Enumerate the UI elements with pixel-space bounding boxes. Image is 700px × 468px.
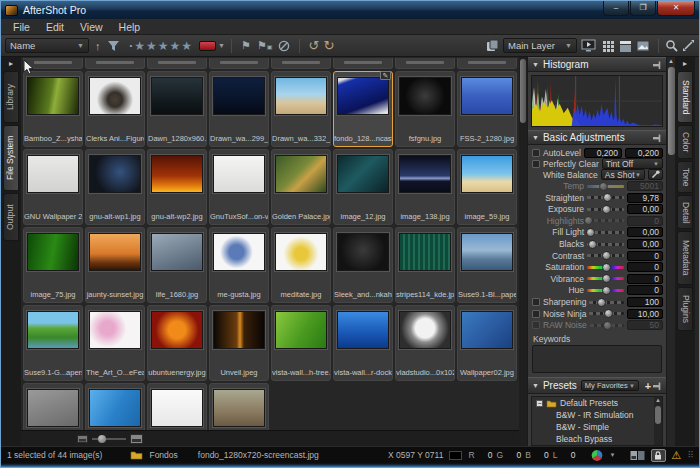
- vibrance-value[interactable]: 0: [627, 274, 663, 284]
- sort-field-dropdown[interactable]: Name▼: [5, 38, 89, 53]
- basic-adjustments-header[interactable]: ▼ Basic Adjustments: [528, 130, 666, 145]
- tint-dropdown[interactable]: Tint Off▼: [602, 158, 663, 169]
- thumbnail-cell[interactable]: gnu-alt-wp2.jpg: [147, 149, 207, 225]
- thumbnail-cell[interactable]: image_75.jpg: [23, 227, 83, 303]
- fill-light-value[interactable]: 0,00: [627, 227, 663, 237]
- thumbnail-cell-partial[interactable]: [85, 58, 145, 69]
- exposure-slider[interactable]: [587, 208, 624, 211]
- maximize-button[interactable]: ❐: [630, 1, 656, 16]
- slider-knob[interactable]: [602, 205, 611, 214]
- menu-item-edit[interactable]: Edit: [38, 21, 72, 33]
- thumbnail-cell-partial[interactable]: [333, 58, 393, 69]
- thumbnail-cell[interactable]: ubuntuenergy.jpg: [147, 305, 207, 381]
- chevron-down-icon[interactable]: ▼: [610, 452, 616, 458]
- thumbnail-list-view-icon[interactable]: [619, 40, 632, 52]
- zoom-tool-icon[interactable]: [665, 39, 678, 52]
- thumbnail-cell[interactable]: Clerks Ani...Figure.jpg: [85, 71, 145, 147]
- thumbnail-cell[interactable]: Sleek_and...nkahn.jpg: [333, 227, 393, 303]
- current-folder[interactable]: Fondos: [149, 450, 177, 460]
- contrast-slider[interactable]: [587, 254, 624, 257]
- slider-knob[interactable]: [603, 193, 612, 202]
- multi-thumbnail-view-icon[interactable]: [602, 40, 615, 52]
- pin-icon[interactable]: [652, 381, 662, 391]
- preset-item[interactable]: Bleach Bypass: [532, 433, 662, 445]
- menu-item-view[interactable]: View: [72, 21, 111, 33]
- thumbnail-cell-partial[interactable]: [271, 58, 331, 69]
- thumbnail-cell[interactable]: jaunty-sunset.jpg: [85, 227, 145, 303]
- preset-item[interactable]: B&W - Simple: [532, 421, 662, 433]
- raw-noise-value[interactable]: 50: [627, 320, 663, 330]
- copy-settings-icon[interactable]: [486, 39, 499, 52]
- thumbnail-cell[interactable]: vista-wall...h-tree.jpg: [271, 305, 331, 381]
- raw-noise-slider[interactable]: [590, 324, 624, 327]
- straighten-slider[interactable]: [587, 196, 624, 199]
- minimize-button[interactable]: –: [603, 1, 629, 16]
- menu-item-help[interactable]: Help: [111, 21, 149, 33]
- tab-library[interactable]: Library: [3, 71, 19, 123]
- scroll-up-icon[interactable]: ▲: [654, 397, 662, 403]
- sort-ascending-icon[interactable]: ↑: [95, 37, 101, 55]
- collapse-triangle-icon[interactable]: ▼: [532, 382, 539, 389]
- color-management-icon[interactable]: [590, 449, 604, 462]
- thumbnail-cell[interactable]: [23, 383, 83, 430]
- histogram-panel-header[interactable]: ▼ Histogram: [528, 57, 666, 72]
- slider-knob[interactable]: [602, 251, 611, 260]
- tab-plugins[interactable]: Plugins: [677, 287, 693, 331]
- thumbnail-cell[interactable]: image_138.jpg: [395, 149, 455, 225]
- thumbnail-cell-partial[interactable]: [395, 58, 455, 69]
- thumbnail-cell-partial[interactable]: [209, 58, 269, 69]
- slideshow-icon[interactable]: [581, 39, 596, 52]
- noise-ninja-slider[interactable]: [589, 312, 624, 315]
- vibrance-slider[interactable]: [587, 277, 624, 280]
- title-bar[interactable]: AfterShot Pro – ❐ ✕: [1, 1, 699, 19]
- noise-ninja-checkbox[interactable]: [532, 310, 540, 318]
- blacks-slider[interactable]: [587, 243, 624, 246]
- thumbnail-cell[interactable]: stripes114_kde.jpg: [395, 227, 455, 303]
- autolevel-value-2[interactable]: 0,200: [625, 148, 663, 158]
- thumbnail-cell[interactable]: fondo_128...ncast.jpg✎: [333, 71, 393, 147]
- thumbnail-cell[interactable]: FSS-2_1280.jpg: [457, 71, 517, 147]
- collapse-left-panel-icon[interactable]: ▸: [9, 59, 13, 68]
- thumbnail-cell[interactable]: vladstudio...0x1024.jpg: [395, 305, 455, 381]
- noise-ninja-value[interactable]: 10,00: [627, 309, 663, 319]
- large-thumbnails-icon[interactable]: [130, 433, 143, 445]
- sharpening-slider[interactable]: [589, 301, 624, 304]
- autolevel-checkbox[interactable]: [532, 149, 540, 157]
- thumbnail-size-slider[interactable]: [92, 438, 126, 440]
- collapse-folder-icon[interactable]: −: [536, 400, 543, 407]
- slider-knob[interactable]: [588, 240, 597, 249]
- scroll-up-icon[interactable]: ▲: [667, 57, 675, 65]
- image-view-icon[interactable]: [636, 40, 650, 52]
- preset-folder-row[interactable]: − Default Presets: [532, 397, 662, 409]
- thumbnail-cell[interactable]: Wallpaper02.jpg: [457, 305, 517, 381]
- straighten-value[interactable]: 9,78: [627, 193, 663, 203]
- perfectly-clear-checkbox[interactable]: [532, 160, 540, 168]
- thumbnail-cell[interactable]: image_12.jpg: [333, 149, 393, 225]
- thumbnail-grid[interactable]: Bamboo_Z...ysha.jpgClerks Ani...Figure.j…: [21, 57, 519, 430]
- tab-metadata[interactable]: Metadata: [677, 231, 693, 285]
- scrollbar-thumb[interactable]: [668, 67, 675, 155]
- thumbnail-cell[interactable]: Drawn_wa...299_.jpg: [209, 71, 269, 147]
- thumbnail-cell[interactable]: Suse9.1-Bl...papers.jpg: [457, 227, 517, 303]
- sharpening-value[interactable]: 100: [627, 297, 663, 307]
- collapse-triangle-icon[interactable]: ▼: [532, 61, 539, 68]
- slider-knob[interactable]: [602, 274, 611, 283]
- thumbnail-cell-partial[interactable]: [457, 58, 517, 69]
- slider-knob[interactable]: [586, 228, 595, 237]
- tab-file-system[interactable]: File System: [3, 125, 19, 191]
- eyedropper-button[interactable]: [648, 169, 663, 180]
- sharpening-checkbox[interactable]: [532, 298, 540, 306]
- dual-view-icon[interactable]: [630, 450, 645, 461]
- tab-color[interactable]: Color: [677, 125, 693, 159]
- collapse-right-panel-icon[interactable]: ▸: [683, 59, 687, 68]
- chevron-down-icon[interactable]: ▼: [218, 42, 225, 49]
- slider-knob[interactable]: [597, 298, 606, 307]
- highlights-value[interactable]: 0: [627, 216, 663, 226]
- presets-favorites-dropdown[interactable]: My Favorites▼: [581, 380, 639, 391]
- autolevel-value-1[interactable]: 0,200: [584, 148, 622, 158]
- slider-knob[interactable]: [599, 182, 608, 191]
- thumbnail-cell[interactable]: life_1680.jpg: [147, 227, 207, 303]
- close-button[interactable]: ✕: [657, 1, 695, 16]
- thumbnail-cell[interactable]: fsfgnu.jpg: [395, 71, 455, 147]
- slider-knob[interactable]: [584, 216, 593, 225]
